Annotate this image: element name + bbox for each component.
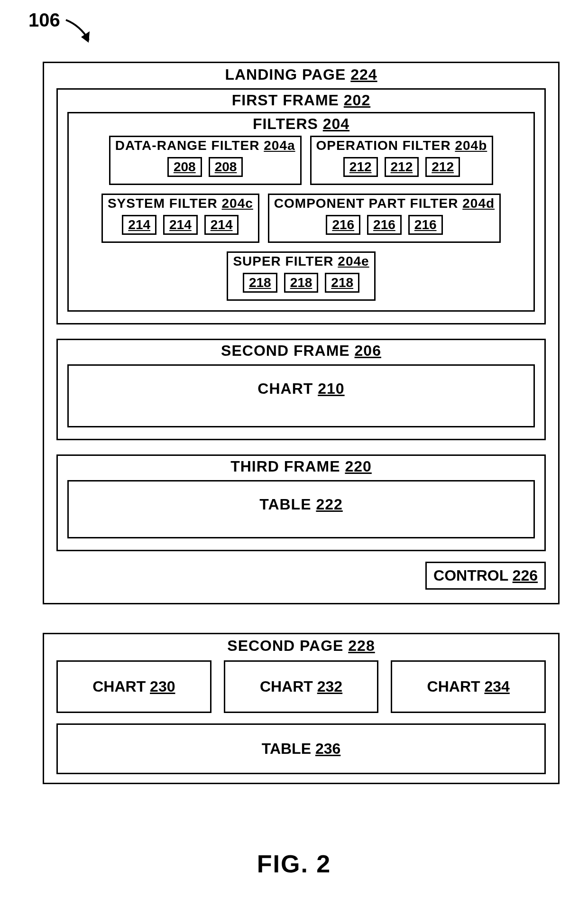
- table-236: TABLE 236: [56, 723, 546, 774]
- filter-token[interactable]: 208: [167, 157, 202, 177]
- first-frame-title: FIRST FRAME 202: [67, 92, 535, 109]
- filter-operation-title: OPERATION FILTER 204b: [316, 138, 487, 153]
- control-button[interactable]: CONTROL 226: [425, 562, 546, 590]
- arrow-icon: [62, 17, 100, 50]
- filter-token[interactable]: 218: [243, 273, 277, 293]
- filter-token[interactable]: 214: [122, 215, 156, 235]
- first-frame: FIRST FRAME 202 FILTERS 204 DATA-RANGE F…: [56, 88, 546, 324]
- table-222-title: TABLE 222: [69, 496, 533, 513]
- svg-marker-0: [81, 31, 90, 43]
- filter-token[interactable]: 218: [325, 273, 359, 293]
- chart-232: CHART 232: [224, 660, 379, 713]
- filter-data-range: DATA-RANGE FILTER 204a 208 208: [109, 136, 302, 185]
- filter-super-title: SUPER FILTER 204e: [233, 254, 369, 269]
- chart-230: CHART 230: [56, 660, 211, 713]
- filter-token[interactable]: 214: [204, 215, 239, 235]
- filter-token[interactable]: 216: [326, 215, 360, 235]
- filter-data-range-title: DATA-RANGE FILTER 204a: [115, 138, 295, 153]
- figure-caption: FIG. 2: [0, 850, 588, 878]
- filter-token[interactable]: 216: [367, 215, 402, 235]
- third-frame: THIRD FRAME 220 TABLE 222: [56, 454, 546, 551]
- filter-token[interactable]: 212: [343, 157, 378, 177]
- third-frame-title: THIRD FRAME 220: [67, 458, 535, 475]
- filters-title: FILTERS 204: [75, 115, 527, 133]
- chart-234: CHART 234: [391, 660, 546, 713]
- filter-token[interactable]: 214: [163, 215, 198, 235]
- filter-component-part-title: COMPONENT PART FILTER 204d: [274, 196, 495, 211]
- chart-210-title: CHART 210: [69, 380, 533, 398]
- second-frame-title: SECOND FRAME 206: [67, 342, 535, 360]
- second-page: SECOND PAGE 228 CHART 230 CHART 232 CHAR…: [43, 633, 560, 784]
- table-box-222: TABLE 222: [67, 480, 535, 538]
- callout-ref: 106: [28, 9, 60, 31]
- filter-token[interactable]: 212: [385, 157, 419, 177]
- filter-token[interactable]: 218: [284, 273, 319, 293]
- filter-system-title: SYSTEM FILTER 204c: [108, 196, 253, 211]
- filter-token[interactable]: 212: [425, 157, 460, 177]
- landing-page: LANDING PAGE 224 FIRST FRAME 202 FILTERS…: [43, 62, 560, 604]
- callout-106: 106: [28, 9, 100, 50]
- filters-container: FILTERS 204 DATA-RANGE FILTER 204a 208 2…: [67, 112, 535, 312]
- second-page-title: SECOND PAGE 228: [56, 637, 546, 655]
- landing-page-title: LANDING PAGE 224: [56, 66, 546, 83]
- filter-token[interactable]: 208: [209, 157, 243, 177]
- filter-system: SYSTEM FILTER 204c 214 214 214: [101, 194, 259, 243]
- filter-super: SUPER FILTER 204e 218 218 218: [227, 251, 375, 301]
- second-frame: SECOND FRAME 206 CHART 210: [56, 339, 546, 440]
- filter-operation: OPERATION FILTER 204b 212 212 212: [310, 136, 494, 185]
- filter-token[interactable]: 216: [408, 215, 443, 235]
- chart-box-210: CHART 210: [67, 364, 535, 427]
- filter-component-part: COMPONENT PART FILTER 204d 216 216 216: [268, 194, 501, 243]
